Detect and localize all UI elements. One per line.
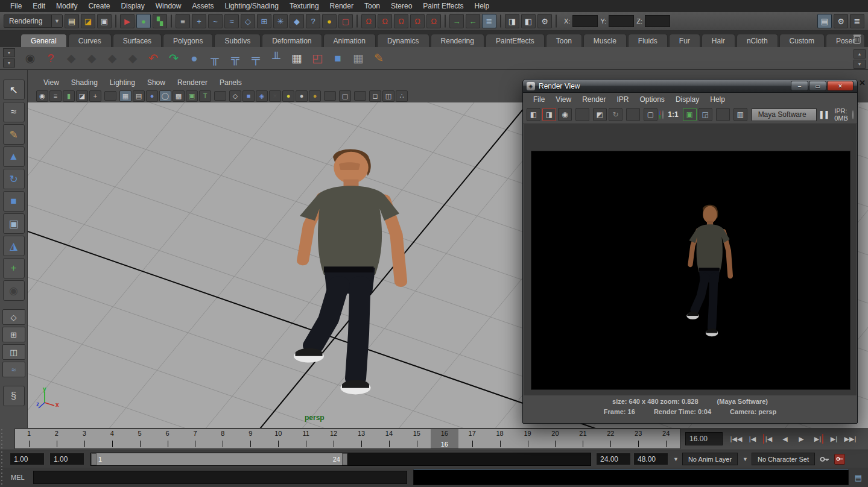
visor-filter-icon[interactable]: ≡	[176, 14, 190, 28]
shaded-icon[interactable]: ■	[242, 90, 255, 102]
snapshot-icon[interactable]: ◉	[558, 108, 572, 121]
select-camera-icon[interactable]: ◉	[36, 90, 48, 102]
camera-attributes-icon[interactable]: ≡	[49, 90, 62, 102]
timeline-frame[interactable]: 14	[375, 429, 403, 448]
gate-mask-icon[interactable]: ◯	[159, 90, 171, 102]
highlight-selection-icon[interactable]: ▢	[338, 14, 353, 28]
field-chart-icon[interactable]: ▩	[173, 90, 185, 102]
snap-curve-magnet-icon[interactable]: Ω	[378, 14, 392, 28]
shelf-tab[interactable]: Hair	[702, 34, 735, 47]
timeline-frame[interactable]: 23	[624, 429, 652, 448]
go-to-start-button[interactable]: |◀◀	[729, 432, 744, 446]
menu-item[interactable]: Help	[469, 0, 495, 12]
chevron-down-icon[interactable]: ▼	[743, 456, 748, 462]
timeline-frame[interactable]: 13	[347, 429, 375, 448]
save-scene-icon[interactable]: ▣	[97, 14, 112, 28]
toolbar-icon[interactable]	[356, 14, 358, 28]
shading-group-icon[interactable]: ╥	[205, 49, 224, 68]
range-end-handle[interactable]	[342, 453, 347, 465]
render-view-menu-item[interactable]: File	[528, 95, 550, 104]
flat-lighting-icon[interactable]: ●	[296, 90, 308, 102]
scroll-up-icon[interactable]: ▲	[854, 49, 866, 58]
drag-handle[interactable]	[0, 468, 5, 487]
timeline-frame[interactable]: 2	[43, 429, 71, 448]
timeline-frame[interactable]: 5	[126, 429, 154, 448]
character-set-selector[interactable]: No Character Set	[752, 453, 815, 465]
x-input[interactable]	[572, 15, 598, 27]
roll-camera-icon[interactable]: ◆	[123, 49, 142, 68]
shelf-tab[interactable]: Custom	[779, 34, 825, 47]
step-back-key-button[interactable]: |◀	[761, 432, 776, 446]
menu-item[interactable]: Texturing	[284, 0, 325, 12]
playback-range-bar[interactable]: 1 24	[91, 453, 347, 465]
xray-icon[interactable]: ◻	[369, 90, 381, 102]
timeline-frame[interactable]: 1	[15, 429, 43, 448]
snap-view-icon[interactable]: ⊞	[257, 14, 271, 28]
menu-item[interactable]: File	[5, 0, 27, 12]
snap-point-magnet-icon[interactable]: Ω	[394, 14, 408, 28]
shelf-tab[interactable]: Muscle	[583, 34, 627, 47]
timeline-frame[interactable]: 16 16	[431, 429, 458, 448]
shelf-tab[interactable]: Deformation	[262, 34, 322, 47]
render-region-icon[interactable]: ▢	[644, 108, 657, 121]
toolbar-icon[interactable]	[556, 14, 557, 28]
render-canvas[interactable]	[524, 124, 857, 395]
remove-image-icon[interactable]: ◲	[699, 108, 712, 121]
timeline-frame[interactable]: 21	[569, 429, 597, 448]
hypershade-icon[interactable]: ▦	[287, 49, 306, 68]
ipr-render-icon[interactable]: ◧	[521, 14, 536, 28]
bookmark-icon[interactable]: ▮	[63, 90, 75, 102]
move-tool[interactable]: ▲	[3, 146, 25, 167]
menu-item[interactable]: Create	[83, 0, 115, 12]
render-view-menu-item[interactable]: Render	[577, 95, 611, 104]
no-lighting-icon[interactable]: ●	[309, 90, 321, 102]
snap-grid-icon[interactable]: +	[192, 14, 206, 28]
toolbar-icon[interactable]	[445, 14, 446, 28]
shelf-tab[interactable]: Animation	[323, 34, 376, 47]
grid-toggle-icon[interactable]: ▦	[119, 90, 131, 102]
custom-script-icon[interactable]: §	[3, 386, 25, 406]
timeline-frame[interactable]: 15	[403, 429, 431, 448]
pause-ipr-icon[interactable]: ▌▌	[819, 111, 833, 118]
scale-tool[interactable]: ■	[3, 191, 25, 212]
step-back-frame-button[interactable]: |◀	[745, 432, 760, 446]
panel-icon[interactable]	[104, 91, 116, 101]
shelf-tab[interactable]: PaintEffects	[486, 34, 545, 47]
z-input[interactable]	[645, 15, 670, 27]
panel-menu-item[interactable]: Show	[141, 78, 171, 87]
command-language-toggle[interactable]: MEL	[5, 474, 33, 481]
shelf-menu-icon[interactable]: ▼	[3, 48, 15, 57]
real-size-label[interactable]: 1:1	[665, 110, 680, 119]
menu-item[interactable]: Assets	[186, 0, 219, 12]
help-line-icon[interactable]: ?	[306, 14, 320, 28]
delete-unused-nodes-icon[interactable]: ●	[185, 49, 204, 68]
set-key-icon[interactable]	[819, 453, 831, 465]
render-view-menu-item[interactable]: View	[550, 95, 577, 104]
input-connections-icon[interactable]: →	[449, 14, 464, 28]
drag-handle[interactable]	[0, 450, 5, 468]
shelf-options-icon[interactable]: ▼	[3, 58, 15, 68]
select-component-icon[interactable]: ▚	[153, 14, 167, 28]
render-current-frame-icon[interactable]: ◨	[505, 14, 519, 28]
resolution-gate-icon[interactable]: ●	[146, 90, 158, 102]
refresh-ipr-icon[interactable]: ↻	[609, 108, 622, 121]
toolbar-icon[interactable]	[115, 14, 116, 28]
animation-end-input[interactable]	[633, 453, 668, 465]
paint-assign-icon[interactable]: ✎	[369, 49, 388, 68]
menu-item[interactable]: Render	[325, 0, 359, 12]
timeline-frame[interactable]: 7	[182, 429, 209, 448]
shelf-tab[interactable]: Fur	[669, 34, 700, 47]
anim-layer-selector[interactable]: No Anim Layer	[682, 453, 738, 465]
window-title-bar[interactable]: ◈ Render View –▭✕	[523, 80, 857, 93]
rendered-image[interactable]	[531, 151, 851, 390]
panel-menu-item[interactable]: Renderer	[171, 78, 214, 87]
play-forwards-button[interactable]: ▶	[794, 432, 809, 446]
close-button[interactable]: ✕	[827, 81, 854, 91]
animation-start-input[interactable]	[10, 453, 45, 465]
snap-plane-icon[interactable]: ◇	[241, 14, 255, 28]
output-connections-icon[interactable]: ←	[466, 14, 480, 28]
toolbar-icon[interactable]	[500, 14, 501, 28]
timeline-frame[interactable]: 10	[264, 429, 292, 448]
shelf-tab[interactable]: Rendering	[431, 34, 484, 47]
shelf-tab[interactable]: Curves	[68, 34, 112, 47]
